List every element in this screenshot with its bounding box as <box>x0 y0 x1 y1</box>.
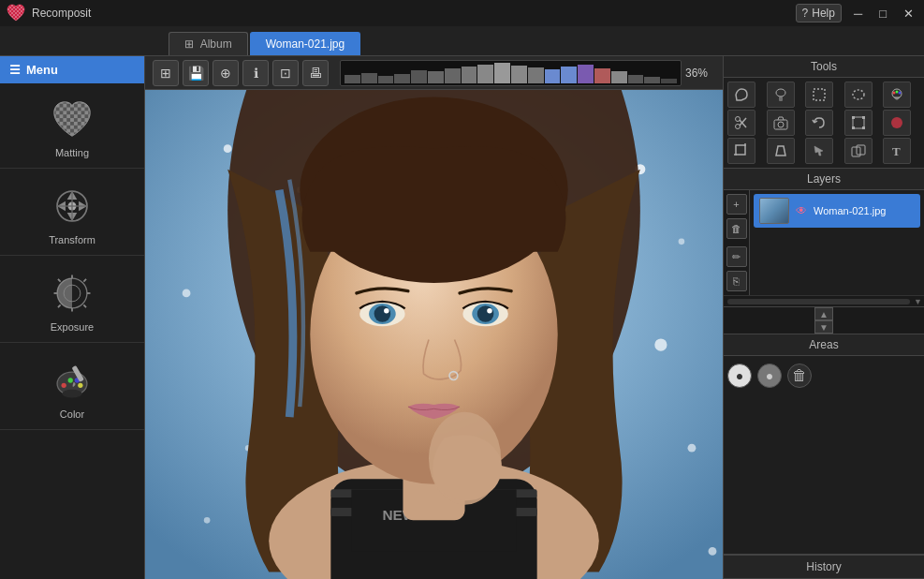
tool-rect-select[interactable] <box>805 82 833 108</box>
toolbar-save-btn[interactable]: 💾 <box>183 60 209 86</box>
menu-button[interactable]: ☰ Menu <box>0 56 144 83</box>
transform-icon <box>48 182 96 230</box>
tool-rect-crop[interactable] <box>727 138 755 164</box>
svg-rect-65 <box>814 89 825 100</box>
tab-image[interactable]: Woman-021.jpg <box>250 32 361 55</box>
tool-arrow[interactable] <box>805 138 833 164</box>
svg-rect-83 <box>736 145 745 155</box>
help-icon: ? <box>802 7 809 20</box>
svg-point-25 <box>78 383 82 388</box>
toolbar-info-btn[interactable]: ℹ <box>242 60 269 86</box>
layer-copy-btn[interactable]: ⎘ <box>726 271 747 291</box>
svg-point-26 <box>62 390 81 398</box>
svg-point-70 <box>899 92 902 95</box>
color-label: Color <box>60 408 84 420</box>
canvas-wrapper: ⊞ 💾 ⊕ ℹ ⊡ 🖶 <box>145 56 723 579</box>
scroll-down-arrow[interactable]: ▼ <box>914 297 924 306</box>
main-layout: ☰ Menu <box>0 56 924 579</box>
area-delete-btn[interactable]: 🗑 <box>787 364 812 388</box>
canvas-area[interactable]: NEWYORK <box>145 90 723 579</box>
tool-undo[interactable] <box>805 110 833 136</box>
help-label: Help <box>812 7 835 20</box>
sidebar-item-color[interactable]: Color <box>0 343 144 430</box>
minimize-button[interactable]: ─ <box>849 5 867 22</box>
tool-ellipse-select[interactable] <box>844 82 873 108</box>
svg-point-63 <box>776 89 785 96</box>
layer-item[interactable]: 👁 Woman-021.jpg <box>754 194 920 228</box>
tool-transform-box[interactable] <box>844 110 873 136</box>
album-tab-label: Album <box>200 37 232 51</box>
tool-brush[interactable] <box>767 82 795 108</box>
logo-icon <box>6 3 26 23</box>
toolbar: ⊞ 💾 ⊕ ℹ ⊡ 🖶 <box>145 56 723 90</box>
areas-content: ● ● 🗑 <box>724 356 924 395</box>
tool-clone[interactable] <box>844 138 873 164</box>
exposure-label: Exposure <box>51 321 94 333</box>
area-white-btn[interactable]: ● <box>727 364 752 388</box>
layer-delete-btn[interactable]: 🗑 <box>726 218 747 239</box>
svg-point-76 <box>778 122 784 127</box>
svg-line-20 <box>83 304 86 307</box>
maximize-button[interactable]: □ <box>874 5 891 22</box>
sidebar-item-exposure[interactable]: Exposure <box>0 256 144 343</box>
titlebar: Recomposit ? Help ─ □ ✕ <box>0 0 924 26</box>
svg-line-19 <box>58 304 61 307</box>
tools-grid: T <box>724 78 924 168</box>
tool-eraser-red[interactable] <box>883 110 911 136</box>
sidebar-item-transform[interactable]: Transform <box>0 169 144 256</box>
svg-point-23 <box>68 378 73 382</box>
exposure-icon <box>48 269 96 318</box>
tool-scissors[interactable] <box>727 110 755 136</box>
left-sidebar: ☰ Menu <box>0 56 145 579</box>
toolbar-print-btn[interactable]: 🖶 <box>302 60 329 86</box>
svg-point-66 <box>853 90 864 99</box>
svg-point-36 <box>688 444 697 453</box>
layer-pencil-btn[interactable]: ✏ <box>726 246 747 267</box>
layers-content: + 🗑 ✏ ⎘ 👁 Woman-021.jpg <box>724 190 924 295</box>
app-title: Recomposit <box>32 7 91 20</box>
svg-point-55 <box>374 305 391 322</box>
toolbar-add-btn[interactable]: ⊕ <box>213 60 239 86</box>
titlebar-left: Recomposit <box>6 3 91 23</box>
scroll-up-arrow[interactable]: ▲ <box>814 307 833 320</box>
layer-visibility-toggle[interactable]: 👁 <box>793 202 810 219</box>
album-tab-icon: ⊞ <box>184 37 194 51</box>
svg-point-33 <box>183 290 191 298</box>
svg-point-82 <box>891 117 902 128</box>
scroll-down-arrow-panel[interactable]: ▼ <box>814 320 833 334</box>
svg-point-56 <box>384 308 389 314</box>
area-gray-btn[interactable]: ● <box>757 364 782 388</box>
tool-color-picker[interactable] <box>883 82 911 108</box>
matting-icon <box>49 96 95 143</box>
color-icon <box>48 356 96 405</box>
tool-perspective[interactable] <box>767 138 795 164</box>
layer-add-btn[interactable]: + <box>726 194 747 215</box>
tab-album[interactable]: ⊞ Album <box>169 32 248 55</box>
layers-scrollbar[interactable]: ▼ <box>724 295 924 306</box>
toolbar-grid-btn[interactable]: ⊞ <box>153 60 179 86</box>
layers-list: 👁 Woman-021.jpg <box>750 190 924 295</box>
portrait-svg: NEWYORK <box>145 90 723 579</box>
sidebar-item-matting[interactable]: Matting <box>0 83 144 169</box>
close-button[interactable]: ✕ <box>899 5 918 22</box>
svg-point-68 <box>893 92 896 95</box>
toolbar-crop-btn[interactable]: ⊡ <box>272 60 299 86</box>
svg-point-60 <box>487 308 492 314</box>
svg-point-41 <box>204 517 211 524</box>
tool-text[interactable]: T <box>883 138 911 164</box>
image-canvas[interactable]: NEWYORK <box>145 90 723 579</box>
menu-label: Menu <box>26 63 58 77</box>
tabbar: ⊞ Album Woman-021.jpg <box>0 26 924 56</box>
layers-section: Layers + 🗑 ✏ ⎘ 👁 Woman-021.jpg <box>724 169 924 307</box>
svg-text:T: T <box>892 144 901 158</box>
matting-label: Matting <box>55 147 89 158</box>
tool-camera[interactable] <box>767 110 795 136</box>
svg-rect-81 <box>862 126 865 129</box>
svg-rect-80 <box>852 126 855 129</box>
svg-rect-78 <box>852 116 855 119</box>
titlebar-controls: ? Help ─ □ ✕ <box>796 4 918 22</box>
right-panel: Tools <box>723 56 924 579</box>
tool-lasso[interactable] <box>727 82 755 108</box>
layers-header: Layers <box>724 169 924 190</box>
help-button[interactable]: ? Help <box>796 4 842 22</box>
